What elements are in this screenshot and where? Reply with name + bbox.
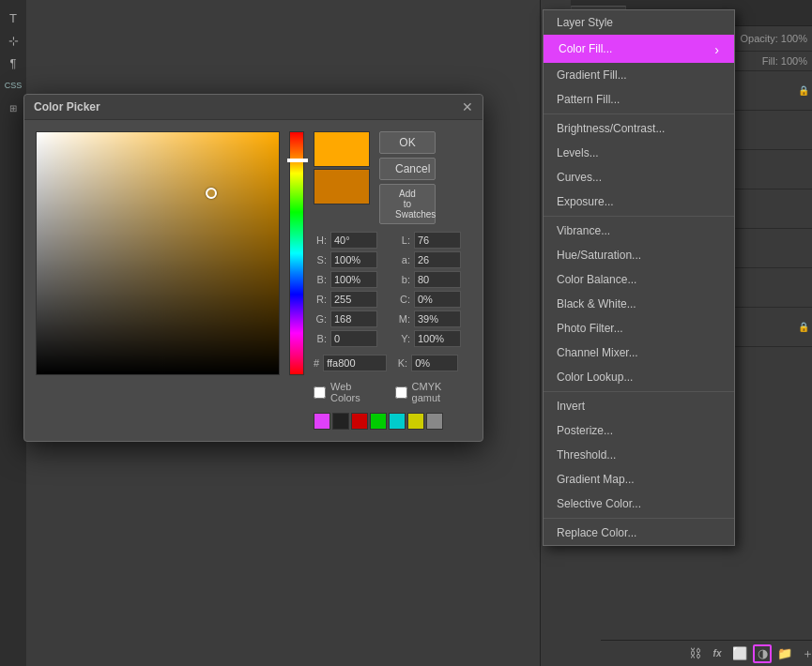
cp-old-color (314, 169, 370, 204)
menu-threshold[interactable]: Threshold... (544, 443, 734, 467)
field-r-input[interactable] (330, 291, 377, 308)
field-m-input[interactable] (414, 310, 461, 327)
menu-hue-saturation[interactable]: Hue/Saturation... (544, 243, 734, 267)
field-blab-label: b: (397, 274, 410, 285)
cp-spectrum[interactable] (36, 131, 280, 375)
field-s: S: (314, 251, 388, 268)
menu-posterize[interactable]: Posterize... (544, 418, 734, 443)
hash-symbol: # (314, 357, 319, 369)
cp-ok-btn[interactable]: OK (379, 131, 436, 154)
left-toolbar: T ⊹ ¶ CSS ⊞ (0, 0, 26, 666)
field-a: a: (397, 251, 471, 268)
field-k-label: K: (394, 357, 407, 369)
field-b-input[interactable] (330, 271, 377, 288)
field-s-label: S: (314, 254, 327, 265)
field-r-label: R: (314, 294, 327, 305)
field-c-label: C: (397, 294, 410, 305)
tool-text[interactable]: T (3, 8, 23, 28)
swatch-1[interactable] (332, 413, 349, 430)
cp-add-swatch-btn[interactable]: Add to Swatches (379, 184, 436, 224)
menu-color-fill[interactable]: Color Fill... › (544, 35, 734, 63)
cp-close-btn[interactable]: ✕ (462, 100, 473, 114)
menu-gradient-map[interactable]: Gradient Map... (544, 467, 734, 492)
cp-preview-row: OK Cancel Add to Swatches (314, 131, 471, 224)
swatch-5[interactable] (407, 413, 424, 430)
create-adjustment-btn[interactable]: ◑ (753, 644, 772, 663)
menu-invert[interactable]: Invert (544, 394, 734, 418)
menu-black-white[interactable]: Black & White... (544, 292, 734, 316)
menu-layer-style[interactable]: Layer Style (544, 10, 734, 35)
field-y-label: Y: (397, 333, 410, 344)
field-blue-input[interactable] (330, 330, 377, 347)
field-c: C: (397, 291, 471, 308)
menu-photo-filter[interactable]: Photo Filter... (544, 316, 734, 341)
field-y: Y: (397, 330, 471, 347)
field-y-input[interactable] (414, 330, 461, 347)
field-m-label: M: (397, 313, 410, 325)
field-r: R: (314, 291, 388, 308)
cmyk-gamut-checkbox[interactable] (395, 386, 407, 399)
layers-bottom-toolbar: ⛓ fx ⬜ ◑ 📁 ＋ 🗑 (601, 640, 812, 666)
cp-right: OK Cancel Add to Swatches H: L: S: (314, 131, 471, 430)
field-g-label: G: (314, 313, 327, 325)
cp-cancel-btn[interactable]: Cancel (379, 158, 436, 180)
menu-selective-color[interactable]: Selective Color... (544, 492, 734, 516)
menu-color-lookup[interactable]: Color Lookup... (544, 365, 734, 389)
add-style-btn[interactable]: fx (708, 644, 727, 663)
swatch-3[interactable] (370, 413, 387, 430)
web-colors-checkbox[interactable] (314, 386, 326, 399)
new-layer-btn[interactable]: ＋ (798, 644, 812, 663)
field-blab-input[interactable] (414, 271, 461, 288)
menu-levels[interactable]: Levels... (544, 141, 734, 165)
tool-layers-icon2[interactable]: ⊞ (3, 98, 23, 118)
swatch-0[interactable] (314, 413, 330, 430)
cp-title-bar: Color Picker ✕ (24, 95, 483, 120)
cmyk-gamut-label: CMYK gamut (412, 381, 471, 403)
cp-swatches (314, 413, 471, 430)
cp-spectrum-canvas (37, 132, 279, 374)
field-m: M: (397, 310, 471, 327)
menu-exposure[interactable]: Exposure... (544, 189, 734, 214)
hex-row: # (314, 355, 387, 371)
field-blue: B: (314, 330, 388, 347)
cp-hue-strip[interactable] (289, 131, 304, 375)
group-layers-btn[interactable]: 📁 (775, 644, 794, 663)
tool-move[interactable]: ⊹ (3, 30, 23, 51)
menu-gradient-fill[interactable]: Gradient Fill... (544, 63, 734, 87)
field-h-input[interactable] (330, 232, 377, 249)
field-b-label: B: (314, 274, 327, 285)
menu-curves[interactable]: Curves... (544, 165, 734, 189)
field-k-input[interactable] (411, 355, 458, 371)
menu-brightness-contrast[interactable]: Brightness/Contrast... (544, 116, 734, 141)
menu-channel-mixer[interactable]: Channel Mixer... (544, 341, 734, 365)
swatch-6[interactable] (426, 413, 443, 430)
field-g-input[interactable] (330, 310, 377, 327)
dropdown-menu: Layer Style Color Fill... › Gradient Fil… (543, 9, 735, 546)
menu-divider-3 (544, 391, 734, 392)
menu-pattern-fill[interactable]: Pattern Fill... (544, 87, 734, 112)
field-l-input[interactable] (414, 232, 461, 249)
field-b: B: (314, 271, 388, 288)
field-c-input[interactable] (414, 291, 461, 308)
menu-replace-color[interactable]: Replace Color... (544, 521, 734, 545)
cp-body: OK Cancel Add to Swatches H: L: S: (24, 120, 483, 441)
menu-divider-1 (544, 114, 734, 114)
color-picker-dialog: Color Picker ✕ OK Cancel Add to Sw (23, 94, 483, 442)
swatch-2[interactable] (351, 413, 368, 430)
field-k: K: (394, 355, 458, 371)
menu-vibrance[interactable]: Vibrance... (544, 219, 734, 243)
swatch-4[interactable] (389, 413, 406, 430)
field-h-label: H: (314, 235, 327, 246)
hex-input[interactable] (323, 355, 387, 371)
tool-css[interactable]: CSS (3, 75, 23, 96)
menu-color-balance[interactable]: Color Balance... (544, 267, 734, 292)
field-a-label: a: (397, 254, 410, 265)
menu-divider-4 (544, 518, 734, 519)
field-blab: b: (397, 271, 471, 288)
field-s-input[interactable] (330, 251, 377, 268)
link-layers-btn[interactable]: ⛓ (685, 644, 704, 663)
menu-divider-2 (544, 216, 734, 217)
tool-type2[interactable]: ¶ (3, 53, 23, 73)
add-mask-btn[interactable]: ⬜ (730, 644, 749, 663)
field-a-input[interactable] (414, 251, 461, 268)
